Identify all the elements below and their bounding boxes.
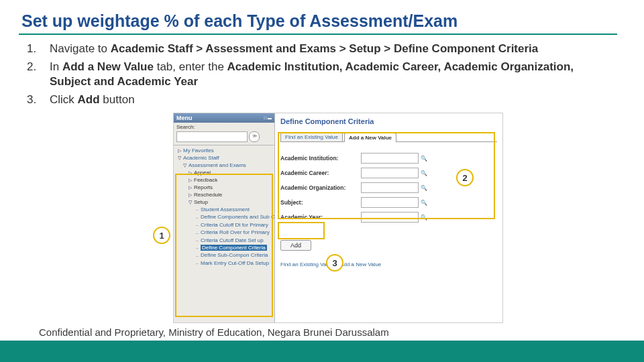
title-bar: Set up weightage % of each Type of Asses…: [19, 8, 617, 35]
lookup-icon[interactable]: 🔍: [421, 155, 427, 162]
search-label: Search:: [174, 123, 274, 130]
nav-criteria-cutoff-date[interactable]: –Criteria Cutoff Date Set up: [176, 237, 274, 244]
add-button[interactable]: Add: [280, 240, 311, 251]
nav-criteria-rollover[interactable]: –Criteria Roll Over for Primary: [176, 229, 274, 236]
nav-criteria-cutoff-dt[interactable]: –Criteria Cutoff Dt for Primary: [176, 221, 274, 229]
nav-define-subcompon[interactable]: –Define Sub-Compon Criteria: [176, 251, 274, 259]
menu-panel: Menu □ ▬ Search: ≫ ▷My Favorites ▽Academ…: [174, 113, 275, 322]
input-organization[interactable]: [361, 182, 419, 193]
app-screenshot: Menu □ ▬ Search: ≫ ▷My Favorites ▽Academ…: [173, 113, 503, 323]
menu-header-label: Menu: [176, 115, 193, 121]
field-academic-year: Academic Year: 🔍: [280, 212, 497, 223]
step-body: In Add a New Value tab, enter the Academ…: [50, 60, 617, 89]
field-subject: Subject: 🔍: [280, 197, 497, 208]
nav-mark-entry-cutoff[interactable]: –Mark Entry Cut-Off Da Setup: [176, 259, 274, 267]
nav-my-favorites[interactable]: ▷My Favorites: [176, 147, 274, 154]
nav-feedback[interactable]: ▷Feedback: [176, 176, 274, 184]
nav-academic-staff[interactable]: ▽Academic Staff: [176, 154, 274, 162]
step-num: 3.: [27, 93, 50, 107]
nav-setup[interactable]: ▽Setup: [176, 198, 274, 206]
nav-define-components[interactable]: –Define Components and Sub Comp: [176, 213, 274, 221]
nav-define-component-criteria[interactable]: –Define Component Criteria: [176, 244, 274, 251]
tab-row: Find an Existing Value Add a New Value: [280, 132, 497, 142]
step-num: 2.: [27, 60, 50, 89]
input-year[interactable]: [361, 212, 419, 223]
label-institution: Academic Institution:: [280, 155, 361, 162]
callout-3: 3: [326, 254, 343, 272]
label-subject: Subject:: [280, 199, 361, 206]
nav-reschedule[interactable]: ▷Reschedule: [176, 191, 274, 198]
menu-tree: ▷My Favorites ▽Academic Staff ▽Assessmen…: [174, 145, 274, 268]
nav-student-assessment[interactable]: –Student Assessment: [176, 206, 274, 213]
step-1: 1. Navigate to Academic Staff > Assessme…: [27, 42, 617, 56]
menu-controls-icon[interactable]: □ ▬: [264, 116, 272, 120]
step-3: 3. Click Add button: [27, 93, 617, 107]
step-body: Click Add button: [50, 93, 617, 107]
step-2: 2. In Add a New Value tab, enter the Aca…: [27, 60, 617, 89]
step-body: Navigate to Academic Staff > Assessment …: [50, 42, 617, 56]
field-academic-institution: Academic Institution: 🔍: [280, 153, 497, 164]
content-panel: Define Component Criteria Find an Existi…: [275, 113, 502, 322]
callout-2: 2: [456, 169, 474, 186]
tab-find-existing[interactable]: Find an Existing Value: [280, 132, 343, 141]
footer-bar: [0, 341, 644, 362]
slide-title: Set up weightage % of each Type of Asses…: [19, 11, 458, 31]
label-organization: Academic Organization:: [280, 184, 361, 191]
steps-list: 1. Navigate to Academic Staff > Assessme…: [27, 42, 617, 111]
link-add-new[interactable]: Add a New Value: [340, 261, 381, 267]
page-heading: Define Component Criteria: [280, 117, 497, 125]
search-input[interactable]: [176, 131, 248, 142]
input-career[interactable]: [361, 168, 419, 178]
lookup-icon[interactable]: 🔍: [421, 214, 427, 221]
search-row: ≫: [174, 130, 274, 145]
callout-1: 1: [153, 227, 170, 244]
lookup-icon[interactable]: 🔍: [421, 199, 427, 206]
lookup-icon[interactable]: 🔍: [421, 170, 427, 176]
nav-assessment-exams[interactable]: ▽Assessment and Exams: [176, 162, 274, 169]
bottom-links: Find an Existing Value|Add a New Value: [280, 261, 497, 267]
nav-appeal[interactable]: ▷Appeal: [176, 169, 274, 176]
label-year: Academic Year:: [280, 214, 361, 221]
input-institution[interactable]: [361, 153, 419, 164]
search-go-icon[interactable]: ≫: [249, 131, 260, 142]
menu-header: Menu □ ▬: [174, 113, 274, 123]
footer-text: Confidential and Proprietary, Ministry o…: [39, 326, 389, 338]
input-subject[interactable]: [361, 197, 419, 208]
label-career: Academic Career:: [280, 170, 361, 176]
step-num: 1.: [27, 42, 50, 56]
tab-add-new[interactable]: Add a New Value: [344, 133, 396, 142]
nav-reports[interactable]: ▷Reports: [176, 184, 274, 191]
lookup-icon[interactable]: 🔍: [421, 184, 427, 191]
